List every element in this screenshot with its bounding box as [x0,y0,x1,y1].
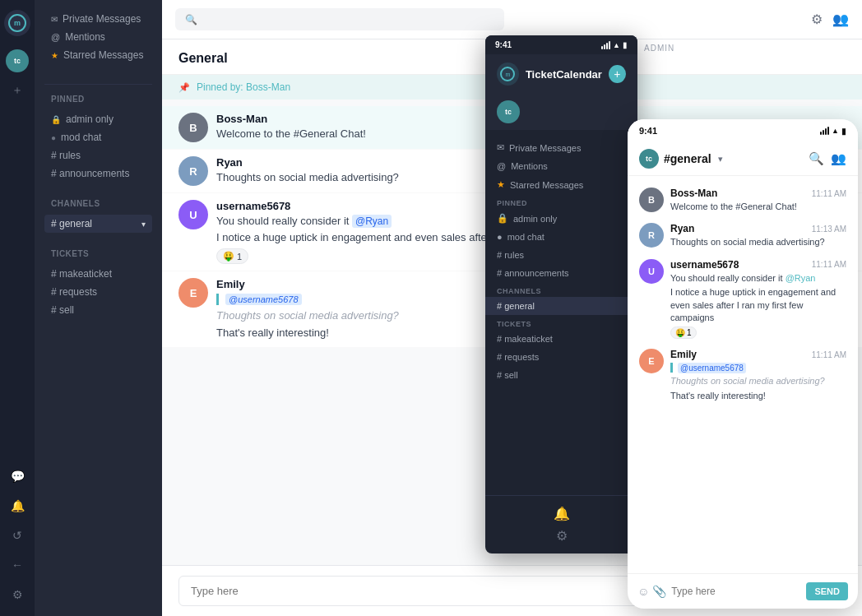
mobile-sidebar-item-starred[interactable]: ★ Starred Messages [485,175,637,194]
mobile-overlay-2: 9:41 ▲ ▮ tc #general ▾ 🔍 👥 B [628,119,858,609]
mobile-sidebar-item-modchat[interactable]: ● mod chat [485,228,637,246]
m2-text: Welcome to the #General Chat! [670,201,846,213]
avatar: B [178,113,208,142]
m2-author: username5678 [670,259,739,271]
mobile-status-bar: 9:41 ▲ ▮ [485,35,637,54]
mobile-sidebar-item-private[interactable]: ✉ Private Messages [485,138,637,157]
m2-msg-content: Boss-Man 11:11 AM Welcome to the #Genera… [670,188,846,213]
m2-text-2: I notice a huge uptick in engagement and… [670,286,846,324]
mobile-channels-label: CHANNELS [485,282,637,297]
mobile-settings-icon[interactable]: ⚙ [556,528,568,544]
list-item: R Ryan 11:13 AM Thoughts on social media… [628,218,858,253]
settings-icon[interactable]: ⚙ [6,583,29,606]
mobile-time: 9:41 [495,40,512,49]
m2-messages: B Boss-Man 11:11 AM Welcome to the #Gene… [628,176,858,573]
m2-attachment-icon[interactable]: 📎 [652,585,666,598]
sidebar-item-announcements[interactable]: # announcements [44,164,152,183]
sidebar: ✉ Private Messages @ Mentions ★ Starred … [35,0,162,616]
mobile-sidebar-item-rules[interactable]: # rules [485,246,637,264]
mobile-sidebar-item-makeaticket[interactable]: # makeaticket [485,330,637,348]
message-icon: ✉ [51,15,58,24]
avatar: E [639,349,664,373]
m2-people-icon[interactable]: 👥 [831,151,846,166]
at-icon: @ [51,32,60,42]
mobile-sidebar: ✉ Private Messages @ Mentions ★ Starred … [485,130,637,495]
add-icon[interactable]: ＋ [6,79,29,102]
mobile-tickets-label: TICKETS [485,315,637,330]
battery-icon: ▮ [623,40,628,49]
m2-input-area: ☺ 📎 SEND [628,573,858,609]
m2-channel-logo: tc [639,149,659,169]
refresh-icon[interactable]: ↺ [6,524,29,547]
bell-icon[interactable]: 🔔 [6,494,29,517]
main-header: 🔍 ⚙ 👥 [162,0,862,39]
m2-quote: @username5678 [670,363,846,373]
wifi-icon: ▲ [613,41,620,49]
app-logo: m [4,10,30,36]
m2-signal-icon [820,127,829,135]
sidebar-item-private-messages[interactable]: ✉ Private Messages [44,10,152,28]
pin-icon: 📌 [178,82,190,93]
sidebar-item-makeaticket[interactable]: # makeaticket [44,265,152,283]
m2-battery-icon: ▮ [841,127,846,136]
m2-emoji-icon[interactable]: ☺ [637,585,649,598]
sidebar-item-mentions[interactable]: @ Mentions [44,28,152,46]
sidebar-item-requests[interactable]: # requests [44,283,152,301]
reaction-badge[interactable]: 🤑 1 [216,248,248,264]
pinned-section: PINNED 🔒 admin only ● mod chat # rules #… [35,91,162,183]
mobile-sidebar-item-requests[interactable]: # requests [485,348,637,366]
mobile-app-name: TicketCalendar [526,68,602,81]
m2-author: Emily [670,349,697,360]
m2-search-icon[interactable]: 🔍 [809,151,824,166]
mobile-sidebar-item-announcements[interactable]: # announcements [485,264,637,282]
back-icon[interactable]: ← [6,553,29,577]
mobile-tc-badge: tc [497,100,520,123]
mention-tag: @Ryan [786,273,816,283]
chevron-down-icon: ▾ [718,154,723,164]
avatar: R [178,156,208,186]
m2-chat-input[interactable] [671,586,801,597]
mobile-add-button[interactable]: + [609,65,626,83]
search-bar[interactable]: 🔍 [175,8,504,30]
sidebar-item-starred[interactable]: ★ Starred Messages [44,46,152,64]
sidebar-item-rules[interactable]: # rules [44,146,152,164]
people-icon[interactable]: 👥 [832,12,849,27]
chat-icon[interactable]: 💬 [6,465,29,488]
m2-reaction-badge[interactable]: 🤑 1 [670,327,697,339]
channels-label: CHANNELS [44,196,152,211]
tickets-section: TICKETS # makeaticket # requests # sell [35,246,162,319]
mobile-bell-icon[interactable]: 🔔 [554,506,570,521]
avatar: B [639,188,664,212]
search-icon: 🔍 [185,14,197,25]
m2-send-button[interactable]: SEND [806,582,848,600]
admin-label: ADMIN [644,44,674,53]
star-icon: ★ [51,51,58,60]
m2-header-icons: 🔍 👥 [809,151,846,166]
sidebar-item-admin-only[interactable]: 🔒 admin only [44,110,152,128]
list-item: E Emily 11:11 AM @username5678 Thoughts … [628,344,858,407]
mobile-sidebar-item-mentions[interactable]: @ Mentions [485,157,637,175]
list-item: B Boss-Man 11:11 AM Welcome to the #Gene… [628,183,858,218]
mobile-logo: m [497,63,519,86]
search-input[interactable] [204,13,494,25]
m2-time-stamp: 11:11 AM [812,260,846,269]
mobile-sidebar-item-admin[interactable]: 🔒 admin only [485,209,637,228]
m2-status-icons: ▲ ▮ [820,127,846,136]
mention-tag: @Ryan [352,215,392,228]
gear-icon[interactable]: ⚙ [811,12,823,27]
m2-input-icons: ☺ 📎 [637,585,666,598]
avatar: R [639,223,664,248]
channels-section: CHANNELS # general ▾ [35,196,162,233]
user-badge[interactable]: tc [6,49,29,72]
m2-time-stamp: 11:13 AM [812,225,846,234]
mobile-sidebar-item-sell[interactable]: # sell [485,366,637,384]
header-icons: ⚙ 👥 [811,12,849,27]
pinned-label: PINNED [44,91,152,107]
pinned-by-text: Pinned by: Boss-Man [197,81,290,93]
sidebar-item-general[interactable]: # general ▾ [44,215,152,233]
m2-author: Ryan [670,223,694,234]
sidebar-item-mod-chat[interactable]: ● mod chat [44,128,152,146]
sidebar-item-sell[interactable]: # sell [44,301,152,319]
mobile-sidebar-item-general[interactable]: # general [485,297,637,315]
m2-time-stamp: 11:11 AM [812,350,846,359]
